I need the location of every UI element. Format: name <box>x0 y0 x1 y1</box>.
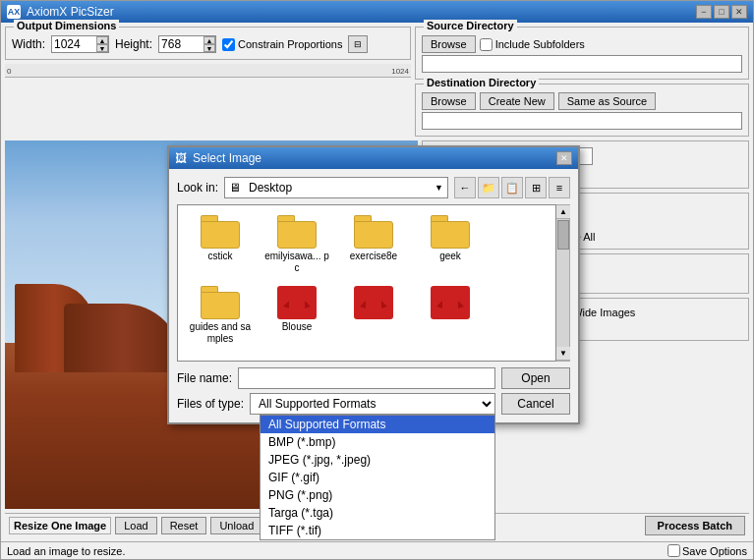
file-item-exercise[interactable]: exercise8e <box>339 213 408 276</box>
constrain-proportions-check[interactable]: Constrain Proportions <box>222 38 342 51</box>
view-button-3[interactable]: ≡ <box>549 177 570 198</box>
view-button-1[interactable]: 📋 <box>501 177 523 198</box>
load-button[interactable]: Load <box>115 517 156 534</box>
app-icon: AX <box>7 5 21 19</box>
file-name-blouse: Blouse <box>282 321 313 333</box>
dest-dir-group: Destination Directory Browse Create New … <box>415 84 749 137</box>
file-browser: cstick emilyisawa... pc exerci <box>177 204 570 362</box>
folder-icon-cstick <box>201 215 240 249</box>
include-subfolders-checkbox[interactable] <box>480 38 493 51</box>
dropdown-item-targa[interactable]: Targa (*.tga) <box>261 504 494 522</box>
scroll-up-button[interactable]: ▲ <box>556 205 570 219</box>
file-name-emily: emilyisawa... pc <box>264 251 329 274</box>
close-button[interactable]: ✕ <box>731 5 747 19</box>
minimize-button[interactable]: − <box>696 5 712 19</box>
file-name-guides: guides and samples <box>188 321 253 345</box>
files-of-type-label: Files of type: <box>177 397 244 411</box>
file-name-cstick: cstick <box>208 251 233 262</box>
file-name-input[interactable] <box>238 367 495 389</box>
output-dimensions-title: Output Dimensions <box>14 20 119 31</box>
files-of-type-select[interactable]: All Supported Formats BMP (*.bmp) JPEG (… <box>250 393 495 415</box>
file-scrollbar[interactable]: ▲ ▼ <box>556 204 570 362</box>
folder-icon-geek <box>431 215 470 249</box>
width-spinner[interactable]: ▲ ▼ <box>51 35 109 53</box>
source-browse-button[interactable]: Browse <box>422 35 476 53</box>
svg-marker-10 <box>436 301 442 308</box>
file-item-cstick[interactable]: cstick <box>186 213 255 276</box>
svg-point-8 <box>444 292 456 302</box>
scroll-down-button[interactable]: ▼ <box>556 347 570 361</box>
dropdown-item-all-selected[interactable]: All Supported Formats <box>261 416 494 433</box>
look-in-select[interactable]: 🖥 Desktop ▼ <box>224 177 448 198</box>
red-icon-2 <box>354 286 393 319</box>
file-item-geek[interactable]: geek <box>416 213 485 276</box>
file-item-emily[interactable]: emilyisawa... pc <box>262 213 331 276</box>
height-spinner[interactable]: ▲ ▼ <box>158 35 216 53</box>
dialog-title-text: Select Image <box>193 151 551 165</box>
left-panel: Output Dimensions Width: ▲ ▼ Height: <box>5 27 411 137</box>
save-options-checkbox[interactable] <box>667 544 680 557</box>
height-label: Height: <box>115 37 152 51</box>
svg-marker-11 <box>458 301 464 308</box>
dialog-content: Look in: 🖥 Desktop ▼ ← 📁 📋 ⊞ ≡ <box>169 169 578 422</box>
dropdown-item-jpeg[interactable]: JPEG (*.jpg, *.jpeg) <box>261 451 494 469</box>
output-dims-row: Width: ▲ ▼ Height: ▲ <box>12 35 404 53</box>
dropdown-item-gif[interactable]: GIF (*.gif) <box>261 469 494 486</box>
file-item-red3[interactable] <box>416 284 485 347</box>
ruler: 0 1024 <box>5 64 411 78</box>
include-subfolders-check[interactable]: Include Subfolders <box>480 38 585 51</box>
width-down-button[interactable]: ▼ <box>96 44 108 52</box>
open-button[interactable]: Open <box>501 367 570 389</box>
dialog-title-bar: 🖼 Select Image ✕ <box>169 147 578 169</box>
output-dimensions-group: Output Dimensions Width: ▲ ▼ Height: <box>5 27 411 60</box>
dest-dir-input[interactable] <box>422 112 742 130</box>
filetype-dropdown-open: All Supported Formats BMP (*.bmp) JPEG (… <box>260 415 495 540</box>
file-item-blouse[interactable]: Blouse <box>262 284 331 347</box>
height-down-button[interactable]: ▼ <box>203 44 215 52</box>
svg-marker-6 <box>360 301 366 308</box>
height-up-button[interactable]: ▲ <box>203 36 215 44</box>
save-options-check[interactable]: Save Options <box>667 544 747 557</box>
maximize-button[interactable]: □ <box>714 5 729 19</box>
width-up-button[interactable]: ▲ <box>96 36 108 44</box>
cancel-button[interactable]: Cancel <box>501 393 570 415</box>
scroll-track[interactable] <box>556 219 569 347</box>
top-row: Output Dimensions Width: ▲ ▼ Height: <box>5 27 749 137</box>
same-as-source-button[interactable]: Same as Source <box>558 92 656 110</box>
width-input[interactable] <box>52 36 96 52</box>
unload-button[interactable]: Unload <box>210 517 262 534</box>
dropdown-item-tiff[interactable]: TIFF (*.tif) <box>261 522 494 539</box>
filetype-row: Files of type: All Supported Formats BMP… <box>177 393 570 415</box>
select-image-dialog: 🖼 Select Image ✕ Look in: 🖥 Desktop ▼ ← … <box>167 145 580 424</box>
include-subfolders-label: Include Subfolders <box>495 38 585 50</box>
folder-icon-guides <box>201 286 240 319</box>
constrain-label: Constrain Proportions <box>238 38 342 50</box>
create-new-button[interactable]: Create New <box>480 92 554 110</box>
reset-button[interactable]: Reset <box>161 517 207 534</box>
dialog-close-button[interactable]: ✕ <box>556 151 572 165</box>
svg-marker-7 <box>381 301 387 308</box>
process-batch-button[interactable]: Process Batch <box>645 516 745 535</box>
file-item-guides[interactable]: guides and samples <box>186 284 255 347</box>
view-button-2[interactable]: ⊞ <box>525 177 547 198</box>
source-dir-input[interactable] <box>422 55 742 73</box>
status-message: Load an image to resize. <box>7 545 125 557</box>
filename-row: File name: Open <box>177 367 570 389</box>
scroll-thumb[interactable] <box>557 220 569 250</box>
dropdown-item-bmp[interactable]: BMP (*.bmp) <box>261 433 494 451</box>
back-button[interactable]: ← <box>454 177 476 198</box>
red-icon-blouse <box>277 286 317 319</box>
svg-marker-2 <box>283 301 289 308</box>
file-name-geek: geek <box>439 251 461 262</box>
constrain-checkbox[interactable] <box>222 38 235 51</box>
dialog-toolbar: ← 📁 📋 ⊞ ≡ <box>454 177 570 198</box>
source-dir-title: Source Directory <box>424 20 517 31</box>
wide-images-label: Wide Images <box>572 307 635 318</box>
dest-browse-button[interactable]: Browse <box>422 92 476 110</box>
height-input[interactable] <box>159 36 203 52</box>
file-item-red2[interactable] <box>339 284 408 347</box>
file-list[interactable]: cstick emilyisawa... pc exerci <box>177 204 556 362</box>
new-folder-button[interactable]: 📁 <box>478 177 499 198</box>
dropdown-item-png[interactable]: PNG (*.png) <box>261 486 494 504</box>
ruler-mark-0: 0 <box>7 67 11 76</box>
